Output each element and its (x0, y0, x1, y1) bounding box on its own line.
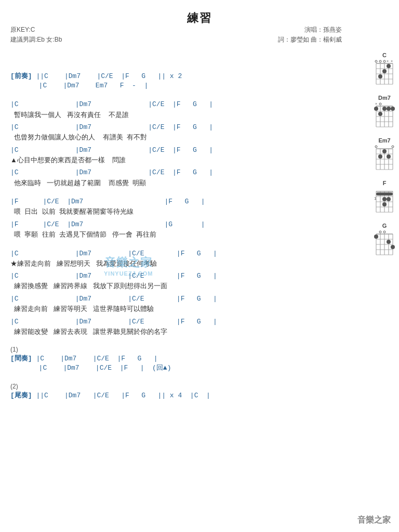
key-suggestion: 建議男調:Eb 女:Bb (10, 35, 62, 45)
chorus-chord3: |C |Dm7 |C/E |F G | (10, 294, 353, 304)
verse1-block3: |C |Dm7 |C/E |F G | ▲心目中想要的東西是否都一樣 問誰 (10, 146, 353, 165)
chord-Em7: Em7 (374, 137, 395, 171)
paren-1: (1) (10, 346, 353, 353)
chord-diagrams: C × × (374, 52, 395, 256)
interlude-chord2: |C |Dm7 |C/E |F | (回▲) (10, 364, 353, 373)
chord-G: G (374, 223, 395, 256)
svg-text:×: × (375, 102, 377, 106)
verse2-lyric2: 喂 寧願 往前 去遇見下個情節 停一會 再往前 (10, 229, 353, 240)
prelude-chord-1: [前奏] ||C |Dm7 |C/E |F G || x 2 (10, 72, 353, 81)
outro-label: [尾奏] (10, 392, 32, 399)
svg-point-15 (387, 64, 391, 68)
paren-2: (2) (10, 383, 353, 390)
chorus-block1: |C |Dm7 |C/E |F G | ★練習走向前 練習想明天 我為愛迎接任何… (10, 249, 353, 269)
svg-point-48 (378, 154, 382, 159)
meta-right: 演唱：孫燕姿 詞：廖瑩如 曲：楊剣威 (278, 25, 342, 45)
outro-chord: [尾奏] ||C |Dm7 |C/E |F G || x 4 |C | (10, 391, 353, 400)
svg-point-45 (375, 146, 377, 148)
svg-point-63 (387, 197, 391, 201)
verse2-block2: |F |C/E |Dm7 |G | 喂 寧願 往前 去遇見下個情節 停一會 再往… (10, 220, 353, 240)
chord-G-grid (374, 230, 395, 256)
prelude-section: [前奏] ||C |Dm7 |C/E |F G || x 2 |C |Dm7 E… (10, 72, 353, 90)
verse2-chord2: |F |C/E |Dm7 |G | (10, 220, 353, 229)
chorus-block3: |C |Dm7 |C/E |F G | 練習走向前 練習等明天 這世界隨時可以體… (10, 294, 353, 314)
svg-point-64 (382, 202, 387, 206)
outro-section: (2) [尾奏] ||C |Dm7 |C/E |F G || x 4 |C | (10, 383, 353, 400)
svg-rect-61 (376, 192, 393, 196)
svg-point-79 (391, 245, 395, 249)
verse1-lyric4: 他來臨時 一切就超越了範圍 而感覺 明顯 (10, 178, 353, 188)
lyricist-composer: 詞：廖瑩如 曲：楊剣威 (278, 35, 342, 45)
svg-point-10 (375, 60, 377, 62)
interlude-label: [間奏] (10, 355, 32, 362)
chorus-block4: |C |Dm7 |C/E |F G | 練習能改變 練習去表現 讓世界聽見關於你… (10, 317, 353, 337)
svg-point-12 (383, 60, 385, 62)
verse2-block1: |F |C/E |Dm7 |F G | 喂 日出 以前 我就要醒著開窗等待光線 (10, 197, 353, 217)
verse1-block1: |C |Dm7 |C/E |F G | 暫時讓我一個人 再沒有責任 不是誰 (10, 100, 353, 120)
chord-F: F 1 (374, 180, 395, 213)
interlude-chord1: [間奏] |C |Dm7 |C/E |F G | (10, 354, 353, 364)
verse1-chord2: |C |Dm7 |C/E |F G | (10, 123, 353, 132)
verse1-chord1: |C |Dm7 |C/E |F G | (10, 100, 353, 109)
verse2-lyric1: 喂 日出 以前 我就要醒著開窗等待光線 (10, 206, 353, 217)
verse2-chord1: |F |C/E |Dm7 |F G | (10, 197, 353, 206)
chord-C: C × × (374, 52, 395, 85)
chorus-lyric3: 練習走向前 練習等明天 這世界隨時可以體驗 (10, 304, 353, 314)
svg-point-47 (382, 149, 387, 153)
svg-point-75 (379, 231, 381, 233)
svg-point-78 (387, 240, 391, 244)
chorus-lyric1: ★練習走向前 練習想明天 我為愛迎接任何考驗 (10, 258, 353, 269)
svg-point-33 (378, 112, 382, 116)
key-info: 原KEY:C (10, 25, 62, 35)
svg-point-46 (392, 146, 394, 148)
chord-Dm7-grid: × (374, 102, 395, 128)
chorus-block2: |C |Dm7 |C/E |F G | 練習換感覺 練習跨界線 我放下原則想得出… (10, 271, 353, 291)
chord-Dm7: Dm7 × (374, 95, 395, 128)
footer-logo: 音樂之家 (357, 515, 391, 526)
svg-point-62 (382, 197, 387, 201)
verse1-block4: |C |Dm7 |C/E |F G | 他來臨時 一切就超越了範圍 而感覺 明顯 (10, 168, 353, 188)
song-title: 練習 (10, 10, 389, 26)
prelude-chord-2: |C |Dm7 Em7 F - | (10, 81, 353, 90)
svg-text:1: 1 (374, 196, 377, 201)
svg-point-16 (382, 69, 387, 73)
chorus-chord1: |C |Dm7 |C/E |F G | (10, 249, 353, 258)
verse1-chord3: |C |Dm7 |C/E |F G | (10, 146, 353, 155)
svg-point-76 (383, 231, 385, 233)
singer: 演唱：孫燕姿 (278, 25, 342, 35)
verse1-lyric3: ▲心目中想要的東西是否都一樣 問誰 (10, 155, 353, 165)
chorus-lyric2: 練習換感覺 練習跨界線 我放下原則想得出另一面 (10, 281, 353, 291)
verse1-lyric2: 也曾努力做個讓人放心的人 有譜美 有不對 (10, 132, 353, 142)
svg-point-49 (387, 154, 391, 159)
verse1-chord4: |C |Dm7 |C/E |F G | (10, 168, 353, 177)
svg-point-11 (379, 60, 381, 62)
chord-C-grid: × × (374, 59, 395, 85)
chorus-lyric4: 練習能改變 練習去表現 讓世界聽見關於你的名字 (10, 327, 353, 337)
chorus-chord4: |C |Dm7 |C/E |F G | (10, 317, 353, 327)
verse1-lyric1: 暫時讓我一個人 再沒有責任 不是誰 (10, 110, 353, 120)
interlude-section: (1) [間奏] |C |Dm7 |C/E |F G | |C |Dm7 |C/… (10, 346, 353, 373)
meta-left: 原KEY:C 建議男調:Eb 女:Bb (10, 25, 62, 45)
chord-Em7-grid (374, 145, 395, 171)
svg-text:×: × (387, 59, 389, 63)
prelude-label: [前奏] (10, 72, 32, 80)
svg-point-30 (374, 107, 378, 111)
svg-point-17 (378, 74, 382, 79)
main-content: [前奏] ||C |Dm7 |C/E |F G || x 2 |C |Dm7 E… (10, 72, 389, 400)
verse1-block2: |C |Dm7 |C/E |F G | 也曾努力做個讓人放心的人 有譜美 有不對 (10, 123, 353, 142)
svg-text:×: × (391, 59, 393, 63)
chorus-chord2: |C |Dm7 |C/E |F G | (10, 271, 353, 281)
svg-point-34 (391, 107, 395, 111)
svg-point-31 (382, 107, 387, 111)
svg-point-29 (379, 103, 381, 105)
svg-point-77 (374, 235, 378, 239)
chord-F-grid: 1 (374, 187, 395, 213)
svg-point-32 (387, 107, 391, 111)
page: 練習 原KEY:C 建議男調:Eb 女:Bb 演唱：孫燕姿 詞：廖瑩如 曲：楊剣… (0, 0, 399, 532)
